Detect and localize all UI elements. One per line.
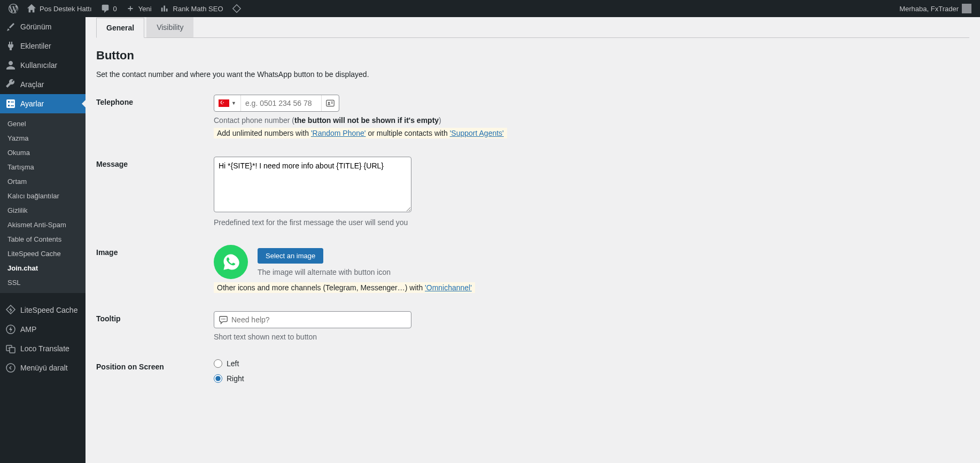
- svg-point-9: [6, 364, 15, 372]
- tab-visibility[interactable]: Visibility: [146, 17, 193, 37]
- telephone-input[interactable]: [241, 95, 321, 111]
- tooltip-input[interactable]: [231, 315, 407, 324]
- sidebar-item-görünüm[interactable]: Görünüm: [0, 17, 85, 36]
- wordpress-icon: [9, 4, 18, 13]
- svg-rect-10: [326, 100, 334, 106]
- sidebar-item-eklentiler[interactable]: Eklentiler: [0, 36, 85, 56]
- svg-rect-0: [6, 99, 15, 108]
- chart-icon: [160, 4, 170, 13]
- telephone-input-group: ▼: [214, 95, 339, 112]
- collapse-icon: [5, 362, 16, 373]
- brush-icon: [5, 21, 16, 32]
- section-description: Set the contact number and where you wan…: [96, 70, 969, 79]
- image-description: The image will alternate with button ico…: [258, 268, 391, 276]
- contacts-button[interactable]: [321, 95, 339, 111]
- contact-card-icon: [326, 99, 335, 107]
- message-label: Message: [96, 157, 214, 168]
- comments-menu[interactable]: 0: [96, 0, 121, 17]
- new-label: Yeni: [138, 5, 152, 13]
- admin-sidebar: GörünümEklentilerKullanıcılarAraçlarAyar…: [0, 17, 85, 418]
- submenu-item[interactable]: Akismet Anti-Spam: [0, 218, 85, 232]
- extra-menu[interactable]: [228, 0, 246, 17]
- submenu-item[interactable]: Tartışma: [0, 160, 85, 174]
- user-icon: [5, 60, 16, 71]
- main-content: General Visibility Button Set the contac…: [85, 17, 980, 418]
- sidebar-item-araçlar[interactable]: Araçlar: [0, 75, 85, 94]
- plus-icon: [126, 4, 135, 13]
- submenu-item[interactable]: Gizlilik: [0, 203, 85, 218]
- rankmath-menu[interactable]: Rank Math SEO: [156, 0, 228, 17]
- new-content-menu[interactable]: Yeni: [121, 0, 156, 17]
- submenu-item[interactable]: SSL: [0, 275, 85, 290]
- sidebar-item-bolt[interactable]: LiteSpeed Cache: [0, 300, 85, 320]
- support-agents-link[interactable]: 'Support Agents': [450, 129, 504, 137]
- telephone-hint: Add unlimited numbers with 'Random Phone…: [214, 128, 507, 138]
- svg-rect-3: [11, 102, 14, 103]
- random-phone-link[interactable]: 'Random Phone': [311, 129, 366, 137]
- whatsapp-icon: [221, 252, 240, 272]
- bolt-icon: [5, 305, 16, 315]
- omnichannel-link[interactable]: 'Omnichannel': [425, 283, 472, 292]
- tooltip-description: Short text shown next to button: [214, 333, 969, 341]
- svg-rect-1: [8, 101, 10, 103]
- position-left-radio[interactable]: [214, 359, 222, 368]
- position-right-radio[interactable]: [214, 374, 222, 383]
- country-selector[interactable]: ▼: [214, 95, 241, 111]
- svg-rect-4: [11, 105, 14, 106]
- tooltip-input-group: [214, 311, 411, 328]
- telephone-label: Telephone: [96, 95, 214, 106]
- position-label: Position on Screen: [96, 359, 214, 371]
- settings-submenu: GenelYazmaOkumaTartışmaOrtamKalıcı bağla…: [0, 113, 85, 293]
- greeting-label: Merhaba, FxTrader: [899, 5, 959, 13]
- svg-text:A: A: [8, 346, 10, 350]
- tab-general[interactable]: General: [96, 18, 144, 38]
- speech-bubble-icon: [219, 315, 228, 325]
- svg-rect-2: [8, 105, 10, 106]
- svg-rect-7: [10, 348, 15, 353]
- position-left-option[interactable]: Left: [214, 359, 969, 368]
- submenu-item[interactable]: Yazma: [0, 131, 85, 145]
- message-textarea[interactable]: Hi *{SITE}*! I need more info about {TIT…: [214, 157, 411, 212]
- svg-point-14: [221, 319, 222, 320]
- diamond-icon: [232, 4, 242, 13]
- svg-point-15: [223, 319, 224, 320]
- sidebar-item-kullanıcılar[interactable]: Kullanıcılar: [0, 56, 85, 75]
- rankmath-label: Rank Math SEO: [173, 5, 223, 13]
- translate-icon: A: [5, 343, 16, 354]
- tab-nav: General Visibility: [96, 17, 969, 38]
- telephone-description: Contact phone number (the button will no…: [214, 116, 969, 125]
- plug-icon: [5, 41, 16, 51]
- site-name-label: Pos Destek Hattı: [40, 5, 92, 13]
- comments-count: 0: [113, 5, 117, 13]
- submenu-item[interactable]: Ortam: [0, 174, 85, 189]
- admin-bar: Pos Destek Hattı 0 Yeni Rank Math SEO Me…: [0, 0, 980, 17]
- svg-point-16: [224, 319, 225, 320]
- sliders-icon: [5, 98, 16, 109]
- svg-point-11: [328, 102, 330, 104]
- sidebar-item-translate[interactable]: ALoco Translate: [0, 339, 85, 358]
- home-icon: [27, 4, 36, 13]
- section-title: Button: [96, 49, 969, 63]
- submenu-item[interactable]: Genel: [0, 117, 85, 131]
- submenu-item[interactable]: LiteSpeed Cache: [0, 246, 85, 261]
- image-label: Image: [96, 245, 214, 257]
- submenu-item[interactable]: Join.chat: [0, 261, 85, 275]
- flag-tr-icon: [219, 99, 229, 107]
- tooltip-label: Tooltip: [96, 311, 214, 323]
- whatsapp-preview-icon: [214, 245, 248, 279]
- sidebar-item-collapse[interactable]: Menüyü daralt: [0, 358, 85, 377]
- site-name-menu[interactable]: Pos Destek Hattı: [22, 0, 96, 17]
- message-description: Predefined text for the first message th…: [214, 218, 969, 227]
- submenu-item[interactable]: Okuma: [0, 145, 85, 160]
- caret-down-icon: ▼: [231, 101, 236, 106]
- image-hint: Other icons and more channels (Telegram,…: [214, 282, 475, 293]
- user-menu[interactable]: Merhaba, FxTrader: [895, 0, 976, 17]
- sidebar-item-ayarlar[interactable]: Ayarlar: [0, 94, 85, 113]
- sidebar-item-amp[interactable]: AMP: [0, 320, 85, 339]
- position-right-option[interactable]: Right: [214, 374, 969, 383]
- wp-logo-menu[interactable]: [4, 0, 22, 17]
- submenu-item[interactable]: Table of Contents: [0, 232, 85, 246]
- select-image-button[interactable]: Select an image: [258, 248, 323, 264]
- submenu-item[interactable]: Kalıcı bağlantılar: [0, 189, 85, 203]
- comment-icon: [100, 4, 110, 13]
